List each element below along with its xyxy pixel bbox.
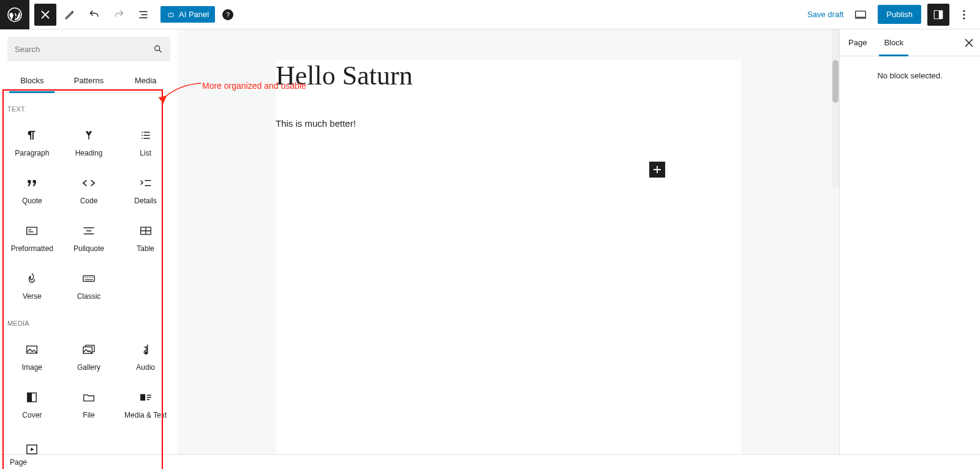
svg-point-10 [155,46,160,51]
block-verse[interactable]: Verse [4,262,61,310]
redo-icon [113,9,125,21]
settings-sidebar: Page Block No block selected. [839,29,980,454]
block-video[interactable] [4,429,61,454]
page-body-paragraph[interactable]: This is much better! [276,118,741,129]
no-block-selected-text: No block selected. [840,56,980,95]
tab-media[interactable]: Media [117,69,174,92]
cover-icon [24,390,39,405]
save-draft-link[interactable]: Save draft [807,10,843,19]
block-heading[interactable]: Heading [61,119,118,167]
add-block-button[interactable] [649,162,665,178]
block-image[interactable]: Image [4,333,61,381]
tab-blocks[interactable]: Blocks [4,69,61,92]
svg-point-2 [170,15,170,15]
svg-point-3 [172,15,172,15]
ai-panel-button[interactable]: AI Panel [160,6,215,23]
vertical-dots-icon [963,10,965,20]
gallery-icon [81,342,96,357]
tools-button[interactable] [59,4,81,26]
editor-top-toolbar: AI Panel ? Save draft Publish [0,0,980,29]
section-text-heading: TEXT [4,96,174,119]
close-icon [41,10,50,19]
svg-rect-1 [168,13,173,17]
pencil-icon [64,9,75,20]
svg-point-8 [963,13,965,15]
sidebar-tab-page[interactable]: Page [840,29,875,56]
block-code[interactable]: Code [61,167,118,214]
table-icon [138,223,153,238]
preformatted-icon [24,223,39,238]
block-pullquote[interactable]: Pullquote [61,214,118,262]
block-list[interactable]: List [117,119,174,167]
wordpress-logo[interactable] [0,0,29,29]
list-view-icon [137,9,149,21]
block-file[interactable]: File [61,381,118,429]
breadcrumb[interactable]: Page [10,458,27,467]
section-media-heading: MEDIA [4,310,174,333]
svg-rect-6 [939,10,943,19]
close-sidebar-button[interactable] [958,32,980,54]
desktop-icon [854,10,867,20]
video-icon [24,442,39,454]
block-paragraph[interactable]: Paragraph [4,119,61,167]
settings-sidebar-toggle[interactable] [927,4,949,26]
plus-icon [653,165,662,174]
svg-point-16 [145,351,148,355]
ai-panel-label: AI Panel [179,10,209,19]
svg-rect-18 [28,393,32,402]
close-icon [965,39,973,47]
block-media-text[interactable]: Media & Text [117,381,174,429]
verse-icon [24,271,39,286]
block-preformatted[interactable]: Preformatted [4,214,61,262]
details-icon [138,176,153,190]
tab-patterns[interactable]: Patterns [61,69,118,92]
publish-button[interactable]: Publish [878,5,921,24]
undo-button[interactable] [83,4,105,26]
list-icon [138,128,153,143]
help-button[interactable]: ? [222,9,233,20]
sidebar-icon [933,9,944,20]
inserter-tabs: Blocks Patterns Media [0,69,178,93]
sidebar-tab-block[interactable]: Block [875,29,912,56]
page-title[interactable]: Hello Saturn [276,60,741,91]
close-inserter-button[interactable] [34,4,56,26]
svg-point-9 [963,17,965,19]
canvas-scrollbar[interactable] [832,29,839,189]
svg-rect-11 [27,227,37,234]
wordpress-icon [7,7,22,22]
classic-icon [81,271,96,286]
block-classic[interactable]: Classic [61,262,118,310]
block-details[interactable]: Details [117,167,174,214]
audio-icon [138,342,153,357]
paragraph-icon [24,128,39,143]
svg-rect-19 [140,394,145,401]
search-icon [153,44,163,54]
block-table[interactable]: Table [117,214,174,262]
more-options-button[interactable] [956,6,973,23]
canvas-scrollbar-thumb[interactable] [832,60,839,103]
blocks-list[interactable]: TEXT Paragraph Heading List Quote Code D… [0,93,178,454]
quote-icon [24,176,39,190]
file-icon [81,390,96,405]
image-icon [24,342,39,357]
editor-footer: Page [0,454,980,469]
block-gallery[interactable]: Gallery [61,333,118,381]
editor-canvas[interactable]: Hello Saturn This is much better! [178,29,839,454]
block-audio[interactable]: Audio [117,333,174,381]
block-search-input[interactable] [15,45,153,54]
robot-icon [167,10,175,19]
block-inserter-panel: Blocks Patterns Media TEXT Paragraph Hea… [0,29,178,454]
block-quote[interactable]: Quote [4,167,61,214]
document-overview-button[interactable] [132,4,154,26]
media-text-icon [138,390,153,405]
redo-button[interactable] [108,4,130,26]
preview-button[interactable] [850,4,872,26]
svg-rect-13 [83,276,94,281]
block-search-box[interactable] [7,37,170,61]
heading-icon [81,128,96,143]
svg-point-7 [963,10,965,12]
block-cover[interactable]: Cover [4,381,61,429]
pullquote-icon [81,223,96,238]
svg-rect-4 [856,11,866,17]
undo-icon [88,9,100,21]
